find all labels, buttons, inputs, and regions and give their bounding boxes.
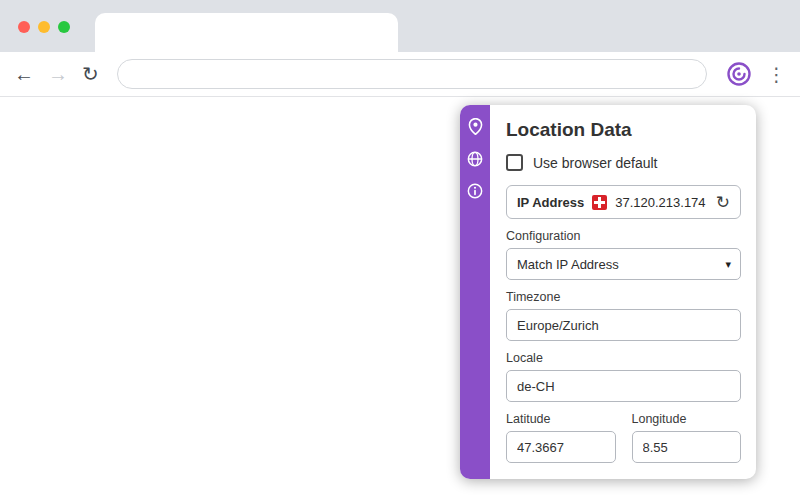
locale-input[interactable]: [506, 370, 741, 402]
longitude-label: Longitude: [632, 412, 742, 426]
maximize-window-icon[interactable]: [58, 21, 70, 33]
configuration-value: Match IP Address: [517, 257, 619, 272]
extension-logo-icon: [726, 61, 752, 87]
ip-address-value: 37.120.213.174: [615, 195, 705, 210]
reload-icon[interactable]: ↻: [82, 64, 99, 84]
swiss-flag-icon: [592, 195, 607, 210]
window-titlebar: [0, 0, 800, 52]
panel-content: Location Data Use browser default IP Add…: [490, 105, 756, 479]
checkbox-box[interactable]: [506, 154, 523, 171]
browser-menu-icon[interactable]: ⋮: [767, 63, 786, 86]
checkbox-label: Use browser default: [533, 155, 658, 171]
use-browser-default-checkbox[interactable]: Use browser default: [506, 154, 741, 171]
configuration-label: Configuration: [506, 229, 741, 243]
panel-sidebar: [460, 105, 490, 479]
info-icon[interactable]: [467, 182, 484, 199]
refresh-ip-icon[interactable]: ↻: [716, 194, 730, 211]
ip-address-box: IP Address 37.120.213.174 ↻: [506, 185, 741, 219]
address-bar[interactable]: [117, 59, 707, 89]
panel-title: Location Data: [506, 119, 741, 141]
ip-address-label: IP Address: [517, 195, 584, 210]
location-panel: Location Data Use browser default IP Add…: [460, 105, 756, 479]
address-input[interactable]: [132, 67, 692, 82]
latitude-input[interactable]: [506, 431, 616, 463]
locale-label: Locale: [506, 351, 741, 365]
traffic-lights: [18, 21, 70, 33]
browser-tab[interactable]: [95, 13, 398, 52]
back-icon[interactable]: ←: [14, 64, 34, 84]
browser-toolbar: ← → ↻ ⋮: [0, 52, 800, 97]
globe-icon[interactable]: [467, 150, 484, 167]
close-window-icon[interactable]: [18, 21, 30, 33]
page-content: Location Data Use browser default IP Add…: [0, 97, 800, 500]
timezone-label: Timezone: [506, 290, 741, 304]
timezone-input[interactable]: [506, 309, 741, 341]
chevron-down-icon: ▾: [725, 258, 731, 271]
coordinates-row: Latitude Longitude: [506, 402, 741, 463]
longitude-input[interactable]: [632, 431, 742, 463]
configuration-select[interactable]: Match IP Address ▾: [506, 248, 741, 280]
minimize-window-icon[interactable]: [38, 21, 50, 33]
extension-icon[interactable]: [725, 60, 753, 88]
location-pin-icon[interactable]: [467, 118, 484, 135]
forward-icon: →: [48, 64, 68, 84]
latitude-label: Latitude: [506, 412, 616, 426]
